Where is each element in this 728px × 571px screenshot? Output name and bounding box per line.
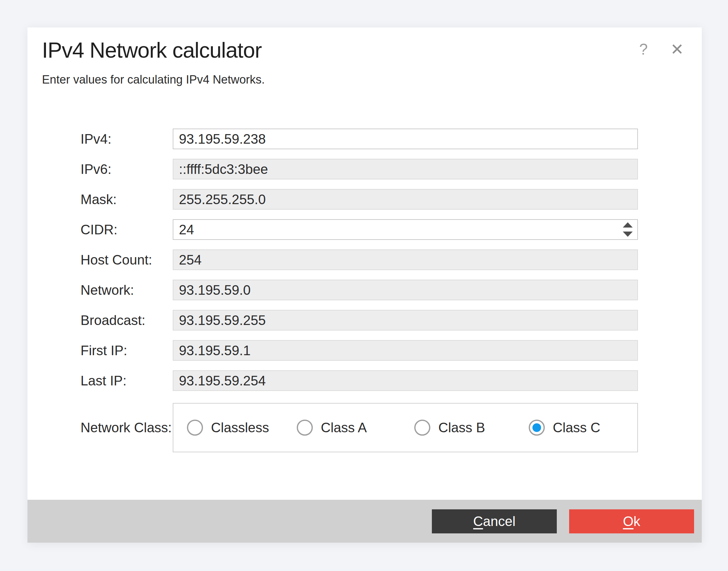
radio-class-b[interactable]: Class B: [414, 404, 485, 452]
close-icon[interactable]: ✕: [665, 38, 689, 61]
dialog-title: IPv4 Network calculator: [42, 38, 262, 63]
field-row-first-ip: First IP:: [27, 340, 702, 361]
ipv4-calculator-dialog: IPv4 Network calculator Enter values for…: [27, 27, 702, 543]
field-row-network: Network:: [27, 279, 702, 300]
ipv6-input: [173, 159, 638, 180]
ok-accelerator: O: [623, 513, 633, 529]
field-row-cidr: CIDR:: [27, 219, 702, 240]
cancel-button[interactable]: Cancel: [432, 509, 557, 533]
radio-class-b-label: Class B: [438, 420, 485, 435]
network-input: [173, 279, 638, 300]
host-count-label: Host Count:: [81, 249, 152, 270]
field-row-last-ip: Last IP:: [27, 370, 702, 391]
spinner-up-icon[interactable]: [623, 222, 633, 228]
first-ip-label: First IP:: [81, 340, 127, 361]
radio-class-c[interactable]: Class C: [529, 404, 600, 452]
radio-class-b-button[interactable]: [414, 420, 430, 436]
field-row-ipv4: IPv4:: [27, 129, 702, 149]
last-ip-input: [173, 370, 638, 391]
cancel-accelerator: C: [473, 513, 483, 529]
cidr-input[interactable]: [173, 219, 638, 240]
radio-classless-label: Classless: [211, 420, 269, 435]
radio-classless[interactable]: Classless: [187, 404, 269, 452]
cidr-label: CIDR:: [81, 219, 117, 240]
ipv4-input[interactable]: [173, 129, 638, 149]
network-label: Network:: [81, 279, 134, 300]
ipv6-label: IPv6:: [81, 159, 111, 180]
field-row-ipv6: IPv6:: [27, 159, 702, 180]
cidr-spinner[interactable]: [622, 222, 633, 237]
network-class-group: Classless Class A Class B Class C: [173, 403, 638, 452]
ok-button[interactable]: Ok: [569, 509, 694, 533]
last-ip-label: Last IP:: [81, 370, 126, 391]
radio-class-c-button[interactable]: [529, 420, 545, 436]
mask-input: [173, 189, 638, 210]
dialog-subtitle: Enter values for calculating IPv4 Networ…: [42, 73, 265, 86]
network-class-label: Network Class:: [81, 403, 172, 452]
cancel-label-rest: ancel: [483, 513, 515, 529]
radio-class-c-label: Class C: [553, 420, 600, 435]
dialog-footer: Cancel Ok: [27, 500, 702, 543]
ok-label-rest: k: [634, 513, 640, 529]
broadcast-label: Broadcast:: [81, 310, 145, 331]
host-count-input: [173, 249, 638, 270]
broadcast-input: [173, 310, 638, 331]
radio-class-a[interactable]: Class A: [297, 404, 367, 452]
field-row-broadcast: Broadcast:: [27, 310, 702, 331]
radio-classless-button[interactable]: [187, 420, 203, 436]
first-ip-input: [173, 340, 638, 361]
radio-class-a-button[interactable]: [297, 420, 313, 436]
ipv4-label: IPv4:: [81, 129, 111, 149]
radio-class-a-label: Class A: [321, 420, 367, 435]
mask-label: Mask:: [81, 189, 117, 210]
help-icon[interactable]: ?: [633, 38, 654, 60]
field-row-mask: Mask:: [27, 189, 702, 210]
spinner-down-icon[interactable]: [623, 232, 633, 237]
field-row-host-count: Host Count:: [27, 249, 702, 270]
